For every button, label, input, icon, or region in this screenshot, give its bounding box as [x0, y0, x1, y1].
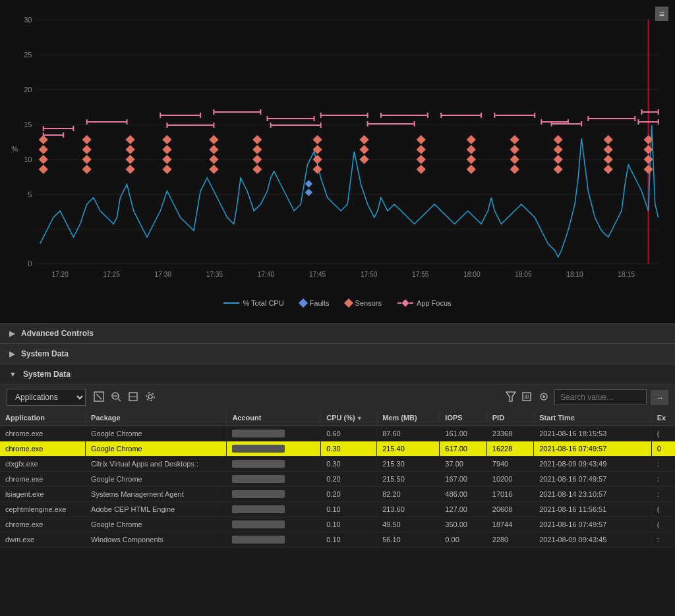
col-header-cpu[interactable]: CPU (%)▼: [321, 410, 377, 426]
legend-faults-label: Faults: [310, 299, 330, 307]
col-header-account[interactable]: Account: [227, 410, 321, 426]
cell-start: 2021-08-16 07:49:57: [534, 517, 652, 532]
cell-package: Google Chrome: [86, 426, 227, 441]
cell-app: cephtmlengine.exe: [0, 502, 86, 517]
col-header-mem[interactable]: Mem (MB): [377, 410, 440, 426]
cell-start: 2021-08-16 07:49:57: [534, 441, 652, 457]
legend-appfocus-label: App Focus: [417, 299, 452, 307]
cell-cpu: 0.10: [321, 502, 377, 517]
col-header-package[interactable]: Package: [86, 410, 227, 426]
chart-menu-button[interactable]: ≡: [655, 7, 668, 21]
table-row[interactable]: chrome.exe Google Chrome 0.20 215.50 167…: [0, 472, 675, 487]
filter-icon[interactable]: [506, 391, 516, 404]
table-row[interactable]: chrome.exe Google Chrome 0.60 87.60 161.…: [0, 426, 675, 441]
cell-package: Google Chrome: [86, 517, 227, 532]
cell-extra: (: [651, 517, 675, 532]
svg-text:17:30: 17:30: [155, 271, 172, 278]
svg-text:17:40: 17:40: [258, 271, 275, 278]
export-button[interactable]: ⊞: [520, 390, 533, 405]
cell-cpu: 0.10: [321, 517, 377, 532]
account-blurred: [232, 505, 285, 513]
chart-area: ≡ 30 25 20 15 10 5 0 % 1: [0, 0, 675, 323]
col-header-pid[interactable]: PID: [486, 410, 533, 426]
main-chart-svg: 30 25 20 15 10 5 0 % 17:20 17:25 17:30 1…: [7, 7, 668, 296]
system-data-collapsed-section[interactable]: ▶ System Data: [0, 343, 675, 364]
cell-package: Systems Management Agent: [86, 487, 227, 502]
account-blurred: [232, 430, 285, 437]
chart-legend: % Total CPU Faults Sensors App Focus: [7, 296, 668, 311]
resize-button[interactable]: [127, 390, 140, 405]
cell-extra: :: [651, 457, 675, 472]
legend-sensors: Sensors: [345, 299, 382, 307]
svg-text:0: 0: [28, 260, 32, 267]
cell-account: [227, 426, 321, 441]
cell-iops: 127.00: [440, 502, 486, 517]
cell-start: 2021-08-16 11:56:51: [534, 502, 652, 517]
cell-app: chrome.exe: [0, 517, 86, 532]
cell-account: [227, 472, 321, 487]
screenshot-button[interactable]: [537, 390, 550, 405]
svg-text:15: 15: [24, 121, 32, 128]
advanced-controls-section[interactable]: ▶ Advanced Controls: [0, 323, 675, 343]
table-row[interactable]: chrome.exe Google Chrome 0.10 49.50 350.…: [0, 517, 675, 532]
svg-text:30: 30: [24, 16, 32, 24]
col-header-extra[interactable]: Ex: [651, 410, 675, 426]
applications-dropdown[interactable]: Applications Processes Services: [7, 389, 86, 406]
svg-text:17:35: 17:35: [206, 271, 223, 278]
cell-app: chrome.exe: [0, 426, 86, 441]
cell-pid: 2280: [486, 532, 533, 547]
cell-mem: 215.40: [377, 441, 440, 457]
search-go-button[interactable]: →: [651, 390, 668, 405]
cell-cpu: 0.30: [321, 441, 377, 457]
svg-text:17:20: 17:20: [51, 271, 69, 278]
account-blurred: [232, 520, 285, 528]
legend-appfocus-line-visual: [397, 300, 413, 306]
cell-mem: 56.10: [377, 532, 440, 547]
cell-pid: 16228: [486, 441, 533, 457]
svg-text:18:15: 18:15: [618, 271, 635, 278]
data-table-wrapper: Application Package Account CPU (%)▼ Mem…: [0, 410, 675, 547]
col-header-start[interactable]: Start Time: [534, 410, 652, 426]
cell-account: [227, 441, 321, 457]
zoom-out-button[interactable]: [109, 390, 123, 405]
system-data-expanded-label: System Data: [23, 370, 71, 379]
search-input[interactable]: [554, 389, 647, 405]
cell-account: [227, 502, 321, 517]
table-row[interactable]: lsiagent.exe Systems Management Agent 0.…: [0, 487, 675, 502]
account-blurred: [232, 536, 285, 544]
cell-iops: 617.00: [440, 441, 486, 457]
settings-button[interactable]: [144, 390, 157, 405]
toolbar-right-group: ⊞ →: [506, 389, 668, 405]
cell-pid: 17016: [486, 487, 533, 502]
zoom-to-selection-button[interactable]: [92, 390, 105, 405]
cell-account: [227, 517, 321, 532]
cell-cpu: 0.30: [321, 457, 377, 472]
cell-package: Adobe CEP HTML Engine: [86, 502, 227, 517]
cell-account: [227, 457, 321, 472]
account-blurred: [232, 460, 285, 468]
cell-iops: 161.00: [440, 426, 486, 441]
col-header-iops[interactable]: IOPS: [440, 410, 486, 426]
table-row[interactable]: ctxgfx.exe Citrix Virtual Apps and Deskt…: [0, 457, 675, 472]
system-data-expanded-section[interactable]: ▼ System Data: [0, 364, 675, 384]
svg-line-142: [96, 394, 102, 399]
svg-point-148: [148, 395, 152, 399]
col-header-application[interactable]: Application: [0, 410, 86, 426]
cell-extra: :: [651, 532, 675, 547]
table-row[interactable]: chrome.exe Google Chrome 0.30 215.40 617…: [0, 441, 675, 457]
svg-text:17:50: 17:50: [361, 271, 378, 278]
cell-mem: 215.50: [377, 472, 440, 487]
cell-cpu: 0.20: [321, 487, 377, 502]
cell-mem: 82.20: [377, 487, 440, 502]
svg-text:%: %: [11, 145, 18, 153]
legend-appfocus: App Focus: [397, 299, 452, 307]
system-data-collapsed-arrow: ▶: [9, 350, 15, 358]
table-row[interactable]: dwm.exe Windows Components 0.10 56.10 0.…: [0, 532, 675, 547]
cell-iops: 37.00: [440, 457, 486, 472]
cell-pid: 7940: [486, 457, 533, 472]
cell-package: Citrix Virtual Apps and Desktops :: [86, 457, 227, 472]
table-header-row: Application Package Account CPU (%)▼ Mem…: [0, 410, 675, 426]
cell-package: Google Chrome: [86, 441, 227, 457]
legend-faults: Faults: [300, 299, 330, 307]
table-row[interactable]: cephtmlengine.exe Adobe CEP HTML Engine …: [0, 502, 675, 517]
